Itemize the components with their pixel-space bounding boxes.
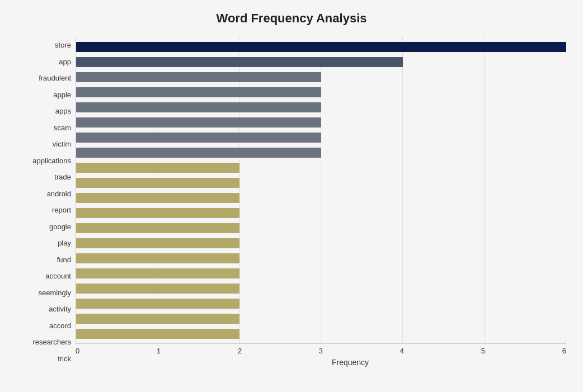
- bar: [76, 299, 239, 309]
- chart-container: Word Frequency Analysis storeappfraudule…: [0, 0, 583, 392]
- bar: [76, 42, 566, 52]
- y-label: fund: [57, 253, 71, 266]
- bar: [76, 133, 321, 143]
- bar-row: [76, 223, 566, 234]
- bar-row: [76, 41, 566, 53]
- bar-row: [76, 192, 566, 204]
- bar-row: [76, 147, 566, 158]
- bar: [76, 193, 239, 203]
- bars-wrapper: [76, 37, 566, 343]
- bar-row: [76, 177, 566, 188]
- bar-row: [76, 56, 566, 68]
- bar: [76, 87, 321, 97]
- x-tick-label: 2: [238, 347, 242, 355]
- bar-row: [76, 72, 566, 83]
- x-tick-label: 4: [400, 347, 404, 355]
- bar-row: [76, 313, 566, 324]
- bar: [76, 284, 239, 294]
- bar: [76, 117, 321, 127]
- y-labels: storeappfraudulentappleappsscamvictimapp…: [17, 37, 76, 367]
- x-tick-label: 3: [319, 347, 323, 355]
- bar-row: [76, 162, 566, 173]
- x-labels: 0123456: [76, 344, 566, 355]
- bar: [76, 57, 403, 67]
- bar: [76, 314, 239, 324]
- x-tick-label: 5: [481, 347, 485, 355]
- bar-row: [76, 238, 566, 249]
- bar-row: [76, 268, 566, 279]
- y-label: android: [47, 187, 71, 200]
- bar: [76, 163, 239, 173]
- bar-row: [76, 132, 566, 143]
- bar: [76, 329, 239, 339]
- bar: [76, 253, 239, 263]
- y-label: google: [49, 220, 71, 233]
- y-label: seemingly: [38, 286, 71, 299]
- bar: [76, 268, 239, 278]
- y-label: report: [52, 204, 71, 216]
- y-label: victim: [53, 138, 71, 150]
- bar: [76, 102, 321, 112]
- y-label: applications: [32, 154, 71, 167]
- bar-row: [76, 253, 566, 264]
- x-tick-label: 0: [76, 347, 79, 355]
- x-tick-label: 6: [562, 347, 566, 355]
- bar: [76, 148, 321, 158]
- bar: [76, 178, 239, 188]
- bar: [76, 223, 239, 233]
- bar: [76, 72, 321, 82]
- bar-row: [76, 117, 566, 128]
- y-label: scam: [54, 121, 71, 134]
- bar-row: [76, 298, 566, 309]
- y-label: apps: [55, 105, 71, 117]
- bar-row: [76, 328, 566, 339]
- y-label: account: [45, 270, 71, 282]
- y-label: store: [55, 39, 71, 51]
- bar-row: [76, 207, 566, 219]
- y-label: trick: [58, 352, 71, 365]
- bar-row: [76, 283, 566, 294]
- y-label: apple: [53, 88, 71, 101]
- y-label: accord: [49, 319, 71, 332]
- bar: [76, 208, 239, 218]
- chart-area: storeappfraudulentappleappsscamvictimapp…: [17, 37, 566, 367]
- y-label: fraudulent: [39, 72, 71, 84]
- chart-title: Word Frequency Analysis: [17, 11, 566, 26]
- bar: [76, 238, 239, 248]
- y-label: researchers: [32, 336, 71, 348]
- y-label: play: [58, 237, 71, 249]
- y-label: app: [59, 55, 71, 68]
- bars-area: [76, 37, 566, 344]
- x-axis-title: Frequency: [134, 358, 566, 367]
- y-label: trade: [54, 171, 71, 183]
- bar-row: [76, 87, 566, 98]
- y-label: activity: [49, 303, 71, 315]
- bar-row: [76, 102, 566, 113]
- x-tick-label: 1: [157, 347, 161, 355]
